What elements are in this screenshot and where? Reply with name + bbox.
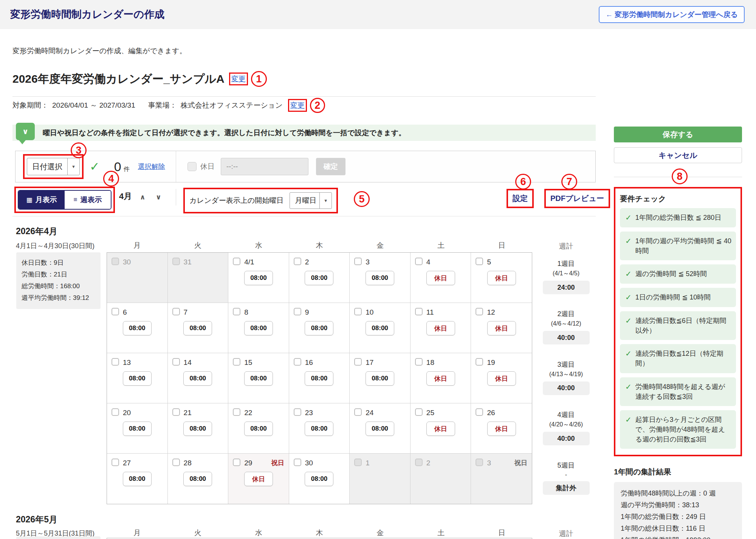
day-checkbox[interactable]: [172, 308, 180, 315]
work-time-button[interactable]: 08:00: [244, 422, 273, 436]
work-time-button[interactable]: 08:00: [305, 321, 333, 335]
work-time-button[interactable]: 08:00: [366, 371, 394, 386]
day-number: 12: [487, 308, 495, 317]
work-time-button[interactable]: 08:00: [123, 371, 152, 386]
work-time-button[interactable]: 08:00: [366, 271, 394, 285]
work-time-button[interactable]: 08:00: [366, 422, 394, 436]
calendar-name-row: 2026年度年変労働カレンダー_サンプルA 変更 1: [12, 71, 267, 87]
dayoff-button[interactable]: 休日: [426, 422, 455, 436]
day-checkbox[interactable]: [476, 258, 483, 265]
work-time-button[interactable]: 08:00: [183, 422, 212, 436]
tab-week-view[interactable]: ≡ 週表示: [65, 191, 111, 209]
pdf-preview-link[interactable]: PDFプレビュー: [550, 194, 604, 202]
start-day-value: 月曜日: [290, 196, 319, 205]
back-to-management-button[interactable]: ← 変形労働時間制カレンダー管理へ戻る: [599, 6, 745, 23]
calendar-day-cell: 5休日: [471, 253, 532, 303]
work-time-button[interactable]: 08:00: [366, 321, 394, 335]
day-checkbox[interactable]: [112, 459, 119, 466]
month-up-arrow[interactable]: ∧: [140, 193, 146, 201]
start-day-select[interactable]: 月曜日 ▼: [290, 192, 332, 209]
day-checkbox[interactable]: [354, 308, 362, 315]
day-checkbox[interactable]: [172, 408, 180, 416]
selection-mode-select[interactable]: 日付選択 ▼: [27, 158, 80, 175]
work-time-button[interactable]: 08:00: [123, 422, 152, 436]
requirement-text: 労働時間48時間を超える週が連続する回数≦3回: [635, 382, 731, 402]
requirement-item: ✓起算日から3ヶ月ごとの区間で、労働時間が48時間を超える週の初日の回数≦3回: [620, 410, 736, 449]
clear-selection-link[interactable]: 選択解除: [138, 162, 165, 171]
collapse-hint-button[interactable]: ∨: [16, 123, 35, 140]
work-time-button[interactable]: 08:00: [183, 472, 212, 486]
day-number: 27: [123, 459, 131, 467]
annotation-circle-8: 8: [672, 168, 688, 184]
dayoff-button[interactable]: 休日: [244, 472, 273, 486]
day-checkbox[interactable]: [354, 408, 362, 416]
day-checkbox[interactable]: [294, 459, 301, 466]
work-time-button[interactable]: 08:00: [305, 422, 333, 436]
day-checkbox[interactable]: [294, 258, 301, 265]
requirements-title: 要件チェック: [620, 194, 736, 204]
dayoff-button[interactable]: 休日: [487, 321, 516, 335]
calendar-day-cell: 19休日: [471, 353, 532, 403]
calendar-day-cell: 3祝日: [471, 454, 532, 504]
day-checkbox[interactable]: [294, 358, 301, 366]
weekday-header: 火: [167, 241, 228, 250]
dayoff-button[interactable]: 休日: [487, 371, 516, 386]
day-checkbox[interactable]: [476, 308, 483, 315]
work-time-button[interactable]: 08:00: [183, 371, 212, 386]
work-time-button[interactable]: 08:00: [305, 271, 333, 285]
day-checkbox[interactable]: [233, 258, 240, 265]
dayoff-button[interactable]: 休日: [487, 422, 516, 436]
day-checkbox[interactable]: [233, 308, 240, 315]
day-checkbox[interactable]: [294, 308, 301, 315]
weekday-header: 月: [107, 241, 167, 250]
day-checkbox[interactable]: [172, 358, 180, 366]
dayoff-button[interactable]: 休日: [487, 271, 516, 285]
day-checkbox[interactable]: [415, 258, 423, 265]
work-time-button[interactable]: 08:00: [244, 321, 273, 335]
april-weekday-headers: 月火水木金土日: [107, 241, 532, 250]
work-time-button[interactable]: 08:00: [123, 472, 152, 486]
week-label: 1週目: [557, 259, 575, 268]
settings-link[interactable]: 設定: [513, 194, 528, 202]
day-checkbox[interactable]: [354, 258, 362, 265]
day-checkbox[interactable]: [172, 459, 180, 466]
dayoff-button[interactable]: 休日: [426, 271, 455, 285]
work-time-button[interactable]: 08:00: [123, 321, 152, 335]
day-checkbox[interactable]: [112, 358, 119, 366]
day-number: 5: [487, 258, 491, 266]
day-checkbox[interactable]: [415, 408, 423, 416]
annotation-box-4: ▦ 月表示 ≡ 週表示: [14, 187, 115, 213]
day-checkbox[interactable]: [354, 358, 362, 366]
work-time-button[interactable]: 08:00: [183, 321, 212, 335]
bulk-time-input[interactable]: --:--: [221, 158, 308, 175]
requirement-text: 1年間の週の平均労働時間 ≦ 40時間: [635, 236, 731, 256]
day-checkbox[interactable]: [294, 408, 301, 416]
day-checkbox[interactable]: [112, 308, 119, 315]
day-checkbox[interactable]: [233, 358, 240, 366]
week-total: 集計外: [543, 481, 590, 495]
day-checkbox[interactable]: [415, 358, 423, 366]
cancel-button[interactable]: キャンセル: [614, 147, 742, 163]
day-checkbox[interactable]: [233, 459, 240, 466]
work-time-button[interactable]: 08:00: [244, 371, 273, 386]
week-range: (4/13～4/19): [549, 371, 583, 378]
save-button[interactable]: 保存する: [614, 127, 742, 142]
day-checkbox[interactable]: [415, 308, 423, 315]
work-time-button[interactable]: 08:00: [305, 371, 333, 386]
month-down-arrow[interactable]: ∨: [156, 193, 161, 201]
work-time-button[interactable]: 08:00: [305, 472, 333, 486]
holiday-checkbox[interactable]: [187, 162, 197, 171]
day-checkbox[interactable]: [476, 408, 483, 416]
tab-month-view[interactable]: ▦ 月表示: [19, 191, 65, 209]
dayoff-button[interactable]: 休日: [426, 371, 455, 386]
day-checkbox[interactable]: [233, 408, 240, 416]
change-name-link[interactable]: 変更: [231, 75, 246, 83]
confirm-button[interactable]: 確定: [316, 158, 345, 175]
day-checkbox[interactable]: [476, 358, 483, 366]
change-office-link[interactable]: 変更: [290, 101, 305, 109]
work-time-button[interactable]: 08:00: [244, 271, 273, 285]
may-week-total-header: 週計: [537, 529, 595, 539]
yearly-summary-line: 労働時間48時間以上の週：0 週: [621, 488, 735, 499]
day-checkbox[interactable]: [112, 408, 119, 416]
dayoff-button[interactable]: 休日: [426, 321, 455, 335]
